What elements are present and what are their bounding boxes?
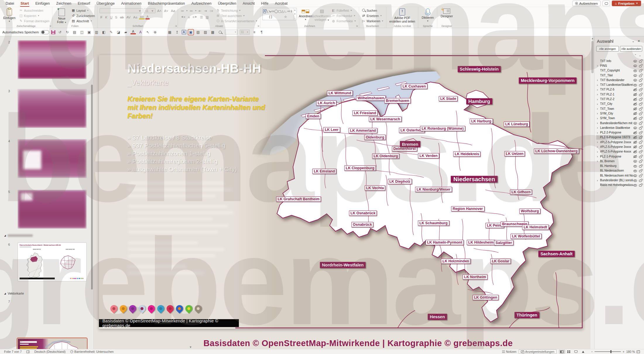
slide-thumbnail-3[interactable] bbox=[18, 89, 87, 128]
slide-counter[interactable]: Folie 7 von 7 bbox=[2, 350, 24, 353]
slide-thumbnail-7-current[interactable] bbox=[18, 338, 87, 349]
district-label[interactable]: LK Göttingen bbox=[472, 295, 499, 300]
layer-row[interactable]: › #PLZ-5-Polygone 3xxxx bbox=[596, 144, 642, 149]
layer-row[interactable]: › Bundesländer (BL) sonstige bbox=[596, 178, 642, 182]
rect-shape-icon[interactable]: ▭ bbox=[271, 9, 274, 13]
district-label[interactable]: LK Northeim bbox=[463, 274, 488, 280]
district-label[interactable]: LK Vechta bbox=[365, 185, 385, 191]
numbering-button[interactable]: ≕ bbox=[189, 9, 194, 13]
gallery-up-icon[interactable]: ▲ bbox=[294, 9, 296, 11]
expand-chevron-icon[interactable]: › bbox=[597, 126, 600, 130]
expand-chevron-icon[interactable]: › bbox=[597, 64, 600, 68]
layer-row[interactable]: › TXT_Town bbox=[596, 106, 642, 111]
layer-row[interactable]: › TXT Bundesländer bbox=[596, 78, 642, 82]
layer-row[interactable]: › PLZ-5-Polygone 19273 bbox=[596, 135, 642, 140]
unlock-icon[interactable] bbox=[639, 84, 642, 86]
send-backward-icon[interactable]: ▨ bbox=[203, 30, 208, 35]
slide-thumbnail-4[interactable] bbox=[18, 139, 87, 178]
align-center-button[interactable]: ≡ bbox=[187, 16, 191, 19]
arrow-right-shape-icon[interactable]: ⇨ bbox=[287, 9, 290, 13]
expand-chevron-icon[interactable]: › bbox=[597, 107, 600, 111]
visibility-eye-icon[interactable] bbox=[633, 183, 637, 187]
visibility-eye-icon[interactable] bbox=[633, 78, 637, 82]
visibility-eye-icon[interactable] bbox=[633, 59, 637, 63]
slide-sorter-view-button[interactable] bbox=[566, 350, 572, 354]
char-spacing-button[interactable]: AV bbox=[125, 16, 131, 19]
visibility-eye-icon[interactable] bbox=[633, 150, 637, 153]
font-color-button[interactable]: A bbox=[145, 15, 150, 19]
map-pin-icon[interactable] bbox=[110, 305, 118, 316]
ribbon-tab[interactable]: Ansicht bbox=[239, 0, 258, 7]
arrow-down-shape-icon[interactable]: ⇩ bbox=[290, 9, 293, 13]
spellcheck-button[interactable] bbox=[24, 350, 32, 353]
bring-forward-icon[interactable]: ▧ bbox=[196, 30, 201, 35]
oval-shape-icon[interactable]: ◯ bbox=[274, 9, 278, 13]
layer-row[interactable]: › #PLZ-5-Polygone 2xxxx bbox=[596, 140, 642, 144]
accessibility-button[interactable]: Barrierefreiheit: Untersuchen bbox=[68, 350, 116, 353]
select-arrow-icon[interactable]: ↖ bbox=[145, 30, 150, 35]
visibility-eye-icon[interactable] bbox=[633, 83, 637, 87]
star-shape-icon[interactable]: ☆ bbox=[284, 15, 287, 19]
line-spacing-button[interactable]: ↕≡ bbox=[209, 9, 214, 13]
font-size-select[interactable]: 11▼ bbox=[144, 8, 155, 13]
hide-all-button[interactable]: Alle ausblenden bbox=[620, 46, 643, 52]
new-slide-button[interactable]: NeueFolie ▼ bbox=[54, 8, 69, 24]
district-label[interactable]: LK Hildesheim bbox=[467, 240, 495, 245]
line-shape-icon[interactable]: ╲ bbox=[266, 9, 268, 13]
format-painter-button[interactable]: ✎Format übertragen bbox=[18, 18, 50, 23]
bullets-button[interactable]: ≔ bbox=[180, 9, 185, 13]
slideshow-button[interactable] bbox=[580, 350, 586, 354]
visibility-eye-icon[interactable] bbox=[633, 69, 637, 72]
district-label[interactable]: LK Cuxhaven bbox=[401, 84, 427, 89]
decrease-indent-button[interactable]: ⇤ bbox=[198, 9, 202, 13]
visibility-eye-icon[interactable] bbox=[633, 121, 637, 125]
shape-fill-button[interactable]: ◧Fülleffekt▼ bbox=[331, 8, 357, 13]
map-pin-icon[interactable] bbox=[138, 305, 146, 316]
find-button[interactable]: Suchen bbox=[361, 8, 385, 13]
normal-view-button[interactable] bbox=[559, 350, 565, 354]
export-icon[interactable]: ↥ bbox=[174, 30, 180, 35]
fit-to-window-icon[interactable] bbox=[637, 350, 640, 353]
layer-row[interactable]: › TXT PLZ-1 bbox=[596, 92, 642, 97]
map-pin-icon[interactable] bbox=[194, 305, 202, 316]
scroll-up-icon[interactable]: ▲ bbox=[591, 37, 594, 40]
unlock-icon[interactable] bbox=[639, 80, 642, 82]
shape-outline-button[interactable]: ▱Formkontur▼ bbox=[331, 13, 357, 18]
smartart-button[interactable]: ⬡In SmartArt konvertieren▼ bbox=[215, 18, 258, 23]
save-icon[interactable] bbox=[51, 30, 55, 34]
zoom-in-button[interactable]: + bbox=[623, 350, 624, 353]
selection-pane-icon[interactable]: ▣ bbox=[188, 30, 193, 35]
underline-button[interactable]: U bbox=[109, 16, 113, 19]
visibility-eye-icon[interactable] bbox=[633, 169, 637, 172]
italic-button[interactable]: K bbox=[104, 16, 108, 19]
qat-font-select[interactable]: ▼ bbox=[225, 30, 238, 35]
visibility-eye-icon[interactable] bbox=[633, 140, 637, 144]
display-settings-button[interactable]: Anzeigeeinstellungen bbox=[519, 349, 556, 354]
district-label[interactable]: LK Goslar bbox=[490, 259, 511, 264]
share-button[interactable]: ⌂Freigeben▼ bbox=[612, 1, 641, 6]
gallery-more-icon[interactable]: ⌄ bbox=[294, 17, 296, 19]
paragraph-mark-icon[interactable]: ¶ bbox=[259, 30, 264, 35]
slide-title[interactable]: Niedersachsen-HB-HH bbox=[127, 61, 261, 76]
layer-row[interactable]: › SYM_City bbox=[596, 111, 642, 116]
pane-close-icon[interactable]: ✕ bbox=[636, 39, 642, 43]
expand-chevron-icon[interactable]: › bbox=[597, 140, 600, 144]
map-pin-icon[interactable] bbox=[129, 305, 136, 316]
expand-chevron-icon[interactable]: › bbox=[597, 116, 600, 120]
line-spacing-icon[interactable]: ≡ bbox=[252, 30, 257, 35]
unlock-icon[interactable] bbox=[639, 123, 642, 125]
grow-font-button[interactable]: A˄ bbox=[156, 9, 162, 13]
district-label[interactable]: LK Holzminden bbox=[441, 259, 471, 264]
eraser-icon[interactable]: ◪ bbox=[116, 30, 121, 35]
strikethrough-button[interactable]: ab bbox=[119, 16, 125, 19]
highlight-color-button[interactable]: ab bbox=[139, 15, 145, 19]
layer-row[interactable]: › Landkreise-Stadtkreise bbox=[596, 125, 642, 130]
shapes-gallery[interactable]: A ╲ ↘ ▭ ◯ ▢ △ ∟ ⇨ ⇩ { } ☆ ▲▼⌄ bbox=[262, 8, 297, 20]
canvas-scrollbar[interactable]: ▲ bbox=[590, 36, 594, 349]
visibility-eye-icon[interactable] bbox=[633, 64, 637, 68]
paste-button[interactable]: Einfügen▼ bbox=[2, 8, 17, 22]
district-label[interactable]: LK Hameln-Pyrmont bbox=[426, 240, 464, 245]
clipboard-icon[interactable]: ▥ bbox=[94, 30, 99, 35]
character-format-icon[interactable]: A bbox=[138, 30, 143, 35]
district-label[interactable]: Bremerhaven bbox=[384, 98, 411, 103]
